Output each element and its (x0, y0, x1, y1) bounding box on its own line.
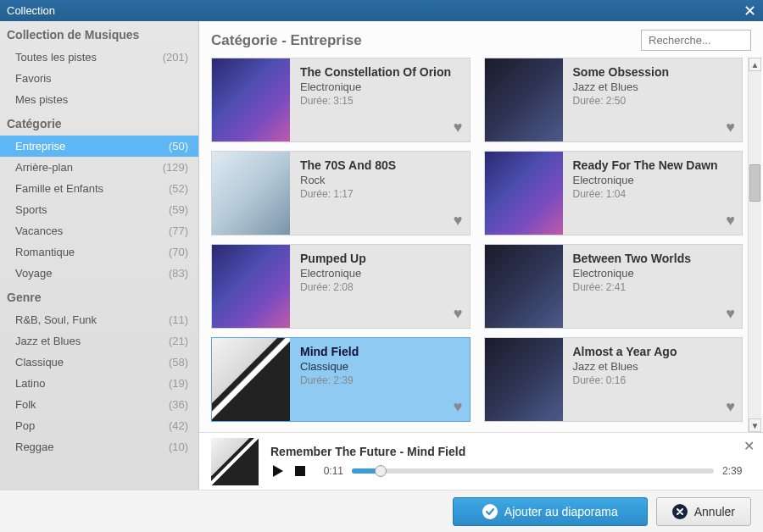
sidebar-item[interactable]: Toutes les pistes(201) (0, 47, 198, 68)
sidebar-item[interactable]: R&B, Soul, Funk(11) (0, 309, 198, 330)
cancel-button-label: Annuler (694, 505, 735, 518)
favorite-icon[interactable]: ♥ (726, 305, 735, 323)
favorite-icon[interactable]: ♥ (726, 212, 735, 230)
sidebar-item[interactable]: Pop(42) (0, 415, 198, 436)
sidebar-item-count: (70) (169, 246, 188, 258)
sidebar-item[interactable]: Jazz et Blues(21) (0, 330, 198, 352)
track-genre: Electronique (573, 267, 734, 280)
sidebar-item[interactable]: Classique(58) (0, 352, 198, 373)
svg-rect-0 (295, 466, 305, 476)
favorite-icon[interactable]: ♥ (454, 212, 463, 230)
content-pane: Catégorie - Entreprise The Constellation… (199, 21, 763, 490)
sidebar-item-label: Entreprise (15, 140, 65, 152)
player-artwork (211, 438, 259, 485)
window-title: Collection (7, 4, 55, 17)
sidebar-item-label: Reggae (15, 441, 54, 453)
sidebar-item-count: (77) (169, 224, 188, 237)
slider-knob[interactable] (375, 465, 387, 477)
stop-icon[interactable] (294, 465, 306, 477)
sidebar-item-label: Vacances (15, 224, 63, 237)
sidebar-item[interactable]: Sports(59) (0, 199, 198, 220)
track-title: The Constellation Of Orion (300, 65, 461, 79)
sidebar-section-header: Collection de Musiques (0, 21, 198, 47)
window-titlebar: Collection ✕ (0, 0, 763, 21)
check-icon (482, 504, 498, 519)
sidebar-item-label: Favoris (15, 72, 52, 85)
player-elapsed: 0:11 (315, 465, 343, 477)
favorite-icon[interactable]: ♥ (454, 305, 463, 323)
scroll-down-icon[interactable]: ▼ (749, 418, 761, 432)
sidebar-item[interactable]: Reggae(10) (0, 436, 198, 457)
track-card[interactable]: Ready For The New DawnElectroniqueDurée:… (484, 151, 744, 236)
track-artwork (485, 58, 563, 141)
favorite-icon[interactable]: ♥ (454, 398, 463, 416)
track-genre: Electronique (300, 80, 461, 93)
sidebar-item-count: (58) (169, 356, 188, 369)
sidebar-item-label: Famille et Enfants (15, 182, 103, 195)
sidebar-item-count: (21) (169, 335, 188, 347)
track-artwork (485, 245, 563, 328)
track-genre: Classique (300, 360, 461, 373)
scroll-thumb[interactable] (749, 164, 760, 202)
sidebar: Collection de MusiquesToutes les pistes(… (0, 21, 199, 490)
scroll-up-icon[interactable]: ▲ (749, 58, 761, 71)
favorite-icon[interactable]: ♥ (726, 398, 735, 416)
track-card[interactable]: The Constellation Of OrionElectroniqueDu… (211, 58, 471, 142)
sidebar-item-label: Sports (15, 203, 47, 216)
content-scrollbar[interactable]: ▲ ▼ (748, 58, 761, 432)
track-artwork (212, 338, 290, 421)
sidebar-item[interactable]: Favoris (0, 68, 198, 89)
sidebar-item[interactable]: Famille et Enfants(52) (0, 178, 198, 199)
track-card[interactable]: The 70S And 80SRockDurée: 1:17♥ (211, 151, 471, 236)
add-to-slideshow-button[interactable]: Ajouter au diaporama (453, 497, 648, 526)
sidebar-item-count: (201) (163, 51, 188, 64)
track-grid: The Constellation Of OrionElectroniqueDu… (211, 58, 761, 427)
player-total: 2:39 (722, 465, 751, 477)
sidebar-item-count: (42) (169, 419, 188, 432)
favorite-icon[interactable]: ♥ (726, 119, 735, 136)
track-title: The 70S And 80S (300, 158, 461, 172)
sidebar-item-label: Classique (15, 356, 64, 369)
sidebar-item-label: Folk (15, 398, 36, 411)
sidebar-section-header: Genre (0, 284, 198, 309)
sidebar-item[interactable]: Voyage(83) (0, 263, 198, 284)
track-artwork (485, 338, 563, 421)
sidebar-item-label: Mes pistes (15, 93, 68, 106)
close-icon[interactable]: ✕ (744, 3, 756, 19)
sidebar-item-count: (10) (169, 441, 188, 453)
track-duration: Durée: 2:50 (573, 95, 734, 107)
sidebar-item[interactable]: Latino(19) (0, 373, 198, 394)
favorite-icon[interactable]: ♥ (454, 119, 463, 136)
play-icon[interactable] (270, 463, 286, 479)
bottom-bar: Ajouter au diaporama Annuler (0, 490, 763, 532)
sidebar-item[interactable]: Mes pistes (0, 89, 198, 110)
sidebar-item-count: (50) (169, 140, 188, 152)
track-card[interactable]: Pumped UpElectroniqueDurée: 2:08♥ (211, 244, 471, 329)
sidebar-item[interactable]: Romantique(70) (0, 241, 198, 263)
track-card[interactable]: Between Two WorldsElectroniqueDurée: 2:4… (484, 244, 744, 329)
sidebar-item[interactable]: Vacances(77) (0, 220, 198, 241)
track-card[interactable]: Mind FieldClassiqueDurée: 2:39♥ (211, 337, 471, 422)
search-input[interactable] (641, 30, 751, 51)
track-genre: Electronique (573, 174, 734, 186)
sidebar-item[interactable]: Arrière-plan(129) (0, 157, 198, 178)
sidebar-item-label: Voyage (15, 267, 52, 280)
sidebar-item[interactable]: Entreprise(50) (0, 136, 198, 157)
track-duration: Durée: 2:39 (300, 374, 461, 386)
cancel-button[interactable]: Annuler (656, 497, 751, 526)
player-seek-slider[interactable] (352, 468, 714, 474)
track-artwork (212, 152, 290, 235)
track-artwork (212, 58, 290, 141)
track-title: Between Two Worlds (573, 252, 734, 265)
sidebar-item-label: Jazz et Blues (15, 335, 81, 347)
sidebar-item-label: Toutes les pistes (15, 51, 97, 64)
sidebar-section-header: Catégorie (0, 110, 198, 136)
close-player-icon[interactable]: ✕ (744, 438, 755, 454)
sidebar-item-count: (59) (169, 203, 188, 216)
sidebar-item-label: Latino (15, 377, 45, 390)
track-card[interactable]: Almost a Year AgoJazz et BluesDurée: 0:1… (484, 337, 744, 422)
track-card[interactable]: Some ObsessionJazz et BluesDurée: 2:50♥ (484, 58, 744, 142)
track-artwork (212, 245, 290, 328)
track-duration: Durée: 2:08 (300, 281, 461, 293)
sidebar-item[interactable]: Folk(36) (0, 394, 198, 415)
